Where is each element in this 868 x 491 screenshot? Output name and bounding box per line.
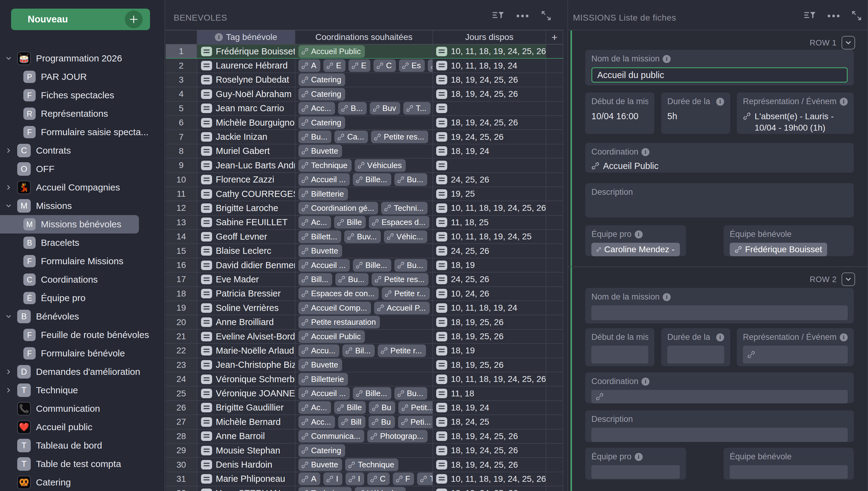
coordination-chip[interactable]: Petite r... [382, 287, 430, 300]
row-number-cell[interactable]: 20 [166, 315, 197, 329]
coordination-chip[interactable]: Technique [299, 487, 352, 491]
jours-cell[interactable] [433, 102, 546, 115]
add-cell[interactable] [546, 358, 563, 372]
new-button[interactable]: Nouveau [11, 9, 150, 30]
description-input-empty[interactable] [591, 428, 848, 442]
row-number-cell[interactable]: 23 [166, 358, 197, 372]
add-cell[interactable] [546, 102, 563, 115]
jours-cell[interactable]: 18, 19, 24, 25, 26 [433, 430, 546, 443]
add-cell[interactable] [546, 287, 563, 300]
coordination-chip[interactable]: Catering [299, 444, 345, 457]
coordination-chip[interactable]: Buvette [299, 358, 342, 371]
sidebar-item-formulaire-saisie-specta[interactable]: FFormulaire saisie specta... [0, 123, 164, 141]
coordination-chip[interactable]: Ca... [334, 131, 368, 143]
name-cell[interactable]: Sabine FEUILLET [197, 216, 296, 229]
add-cell[interactable] [546, 301, 563, 315]
sidebar-item-contrats[interactable]: CContrats [0, 141, 164, 160]
jours-cell[interactable]: 18, 19, 24, 25, 26 [433, 444, 546, 457]
coordination-chip[interactable]: Accueil Comp... [299, 302, 371, 314]
coordinations-cell[interactable]: Buvette [296, 244, 433, 258]
representation-value[interactable]: L'absent(e) - Lauris - 10/04 - 19h00 (1h… [755, 111, 848, 133]
add-cell[interactable] [546, 187, 563, 201]
row-number-cell[interactable]: 17 [166, 272, 197, 286]
coordination-chip[interactable]: Accueil ... [299, 387, 350, 400]
name-cell[interactable]: Laurence Hébrard [197, 59, 296, 72]
coordinations-cell[interactable]: Catering [296, 116, 433, 129]
jours-cell[interactable]: 18, 19, 24, 25, 26 [433, 116, 546, 129]
sidebar-item-missions-b-n-voles[interactable]: MMissions bénévoles [0, 215, 139, 233]
add-cell[interactable] [546, 386, 563, 400]
name-cell[interactable]: Eveline Alviset-Borde [197, 330, 296, 343]
add-cell[interactable] [546, 216, 563, 229]
sidebar-item-missions[interactable]: MMissions [0, 197, 164, 215]
coordination-chip[interactable]: Catering [299, 88, 345, 100]
filter-icon[interactable] [804, 10, 816, 23]
coordination-chip[interactable]: Bu... [394, 259, 427, 271]
coordination-chip[interactable]: Techni... [381, 202, 427, 214]
field-coordination-row1[interactable]: Coordination Accueil Public [585, 143, 854, 173]
sidebar-item-quipe-pro[interactable]: ÉÉquipe pro [0, 289, 164, 307]
coordination-chip[interactable]: Ac... [299, 216, 331, 229]
row-number-cell[interactable]: 32 [166, 486, 197, 491]
more-icon[interactable] [516, 13, 529, 19]
coordination-chip[interactable]: Bu [368, 416, 395, 428]
info-icon[interactable] [663, 293, 671, 301]
row-number-cell[interactable]: 30 [166, 458, 197, 471]
coordination-chip[interactable]: C [367, 472, 390, 485]
coordination-chip[interactable]: Accueil ... [299, 259, 350, 271]
coordination-chip[interactable]: Espaces d... [369, 216, 429, 229]
coordination-chip[interactable]: E [348, 59, 370, 72]
row-number-cell[interactable]: 24 [166, 372, 197, 386]
add-cell[interactable] [546, 430, 563, 443]
more-icon[interactable] [827, 13, 840, 19]
name-cell[interactable]: Michèle Bernard [197, 415, 296, 429]
coordination-chip[interactable]: Bill [338, 416, 365, 428]
row-number-cell[interactable]: 10 [166, 173, 197, 186]
sidebar-item-repr-sentations[interactable]: RReprésentations [0, 105, 164, 123]
coordinations-cell[interactable]: Catering [296, 87, 433, 101]
row-number-cell[interactable]: 5 [166, 102, 197, 115]
jours-cell[interactable]: 10, 11, 18, 19, 24, 25, 26 [433, 45, 546, 58]
column-header-jours-dispos[interactable]: Jours dispos [433, 30, 546, 44]
coordination-chip[interactable]: Bill... [299, 273, 332, 286]
coordination-chip[interactable]: I [345, 472, 364, 485]
coordinations-cell[interactable]: Coordination gé...Techni... [296, 201, 433, 215]
sidebar-item-fiches-spectacles[interactable]: FFiches spectacles [0, 86, 164, 105]
coordinations-cell[interactable]: Accueil Public [296, 330, 433, 343]
coordinations-cell[interactable]: Catering [296, 444, 433, 457]
name-cell[interactable]: Guy-Noël Abraham [197, 87, 296, 101]
row-number-cell[interactable]: 6 [166, 116, 197, 129]
row-number-cell[interactable]: 4 [166, 87, 197, 101]
coordination-chip[interactable]: Bille [334, 401, 366, 414]
row-number-cell[interactable]: 22 [166, 344, 197, 357]
coordination-chip[interactable]: I [323, 472, 342, 485]
name-cell[interactable]: Denis Hardoin [197, 458, 296, 471]
row-number-cell[interactable]: 21 [166, 330, 197, 343]
coordination-chip[interactable]: Véhicules [355, 159, 406, 172]
coordination-chip[interactable]: Petite restauration [299, 316, 380, 328]
name-cell[interactable]: Florence Zazzi [197, 173, 296, 186]
name-cell[interactable]: Cathy COURREGES [197, 187, 296, 201]
expand-icon[interactable] [540, 10, 552, 23]
add-cell[interactable] [546, 87, 563, 101]
add-cell[interactable] [546, 173, 563, 186]
chevron-right-icon[interactable] [5, 184, 17, 191]
coordinations-cell[interactable]: Buvette [296, 358, 433, 372]
sidebar-item-tableau-de-bord[interactable]: TTableau de bord [0, 436, 164, 455]
equipe-benevole-input-empty[interactable] [730, 465, 848, 479]
row-number-cell[interactable]: 27 [166, 415, 197, 429]
coordination-chip[interactable]: Es [399, 59, 425, 72]
name-cell[interactable]: David didier Benmer... [197, 258, 296, 272]
sidebar-item-feuille-de-route-b-n-voles[interactable]: FFeuille de route bénévoles [0, 326, 164, 344]
row-number-cell[interactable]: 1 [166, 45, 197, 58]
info-icon[interactable] [663, 55, 671, 63]
coordination-chip[interactable]: Bu... [394, 387, 427, 400]
jours-cell[interactable]: 18, 19, 24 [433, 401, 546, 414]
sidebar-item-table-de-test-compta[interactable]: TTable de test compta [0, 455, 164, 473]
sidebar-item-b-n-voles[interactable]: BBénévoles [0, 307, 164, 326]
chevron-down-icon[interactable] [5, 202, 17, 209]
coordination-chip[interactable]: F [393, 472, 414, 485]
row-number-cell[interactable]: 2 [166, 59, 197, 72]
coordinations-cell[interactable]: Accueil Public [296, 45, 433, 58]
row-number-cell[interactable]: 8 [166, 144, 197, 158]
